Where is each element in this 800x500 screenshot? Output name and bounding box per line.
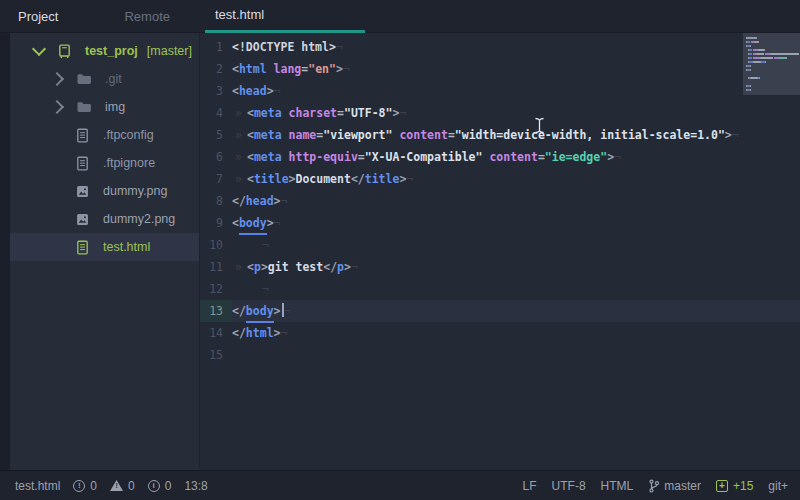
tree-root-project[interactable]: test_proj [master] xyxy=(10,37,199,65)
code-token: > xyxy=(289,172,296,186)
info-count: 0 xyxy=(165,479,172,493)
image-icon xyxy=(74,183,90,199)
code-line-content[interactable]: »<meta name="viewport" content="width=de… xyxy=(232,124,800,146)
chevron-right-icon[interactable] xyxy=(50,72,64,86)
tree-view: test_proj [master] .gitimg.ftpconfig.ftp… xyxy=(10,33,200,470)
code-line-2[interactable]: 2<html lang="en">¬ xyxy=(200,58,800,80)
tree-item-dummy2-png[interactable]: dummy2.png xyxy=(10,205,199,233)
code-line-6[interactable]: 6»<meta http-equiv="X-UA-Compatible" con… xyxy=(200,146,800,168)
line-number[interactable]: 13 xyxy=(200,300,232,322)
line-number[interactable]: 5 xyxy=(200,124,232,146)
code-line-content[interactable]: <html lang="en">¬ xyxy=(232,58,800,80)
code-line-content[interactable]: »<title>Document</title>¬ xyxy=(232,168,800,190)
line-number[interactable]: 3 xyxy=(200,80,232,102)
branch-icon xyxy=(648,479,660,493)
line-number[interactable]: 9 xyxy=(200,212,232,234)
code-line-content[interactable]: </head>¬ xyxy=(232,190,800,212)
line-number[interactable]: 2 xyxy=(200,58,232,80)
mouse-text-cursor xyxy=(534,117,545,134)
tree-item-dummy-png[interactable]: dummy.png xyxy=(10,177,199,205)
linter-warnings[interactable]: ! 0 xyxy=(110,479,135,493)
code-line-4[interactable]: 4»<meta charset="UTF-8">¬ xyxy=(200,102,800,124)
line-number[interactable]: 11 xyxy=(200,256,232,278)
code-token: name xyxy=(289,128,317,142)
git-plus-status[interactable]: git+ xyxy=(768,479,788,493)
tree-root-name: test_proj xyxy=(85,44,138,58)
line-number[interactable]: 14 xyxy=(200,322,232,344)
tab-project[interactable]: Project xyxy=(18,9,58,24)
editor-tab-test-html[interactable]: test.html xyxy=(205,0,365,33)
cursor-position[interactable]: 13:8 xyxy=(184,479,207,493)
code-token: lang xyxy=(274,62,302,76)
error-icon: ! xyxy=(73,480,85,492)
code-line-5[interactable]: 5»<meta name="viewport" content="width=d… xyxy=(200,124,800,146)
image-icon xyxy=(74,211,90,227)
line-number[interactable]: 7 xyxy=(200,168,232,190)
git-branch[interactable]: master xyxy=(648,479,701,493)
tree-item-label: .git xyxy=(105,72,122,86)
line-number[interactable]: 12 xyxy=(200,278,232,300)
code-line-content[interactable]: »<meta charset="UTF-8">¬ xyxy=(232,102,800,124)
code-line-content[interactable]: <!DOCTYPE html>¬ xyxy=(232,36,800,58)
line-number[interactable]: 8 xyxy=(200,190,232,212)
code-token: < xyxy=(247,172,254,186)
code-line-13[interactable]: 13</body>¬ xyxy=(200,300,800,322)
code-token: = xyxy=(358,150,365,164)
code-line-content[interactable]: </body>¬ xyxy=(232,300,800,322)
encoding-selector[interactable]: UTF-8 xyxy=(552,479,586,493)
code-line-1[interactable]: 1<!DOCTYPE html>¬ xyxy=(200,36,800,58)
code-line-content[interactable]: <body>¬ xyxy=(232,212,800,234)
code-line-content[interactable]: »<p>git test</p>¬ xyxy=(232,256,800,278)
code-line-15[interactable]: 15 xyxy=(200,344,800,366)
code-token: > xyxy=(267,216,274,230)
code-line-7[interactable]: 7»<title>Document</title>¬ xyxy=(200,168,800,190)
code-token: < xyxy=(232,62,239,76)
code-line-10[interactable]: 10¬ xyxy=(200,234,800,256)
chevron-down-icon[interactable] xyxy=(32,42,46,56)
status-file-name: test.html xyxy=(15,479,60,493)
code-line-content[interactable]: ¬ xyxy=(232,234,800,256)
code-token: meta xyxy=(254,128,282,142)
tree-item--ftpignore[interactable]: .ftpignore xyxy=(10,149,199,177)
git-diff-count[interactable]: + +15 xyxy=(716,479,753,493)
tree-item-img[interactable]: img xyxy=(10,93,199,121)
code-line-12[interactable]: 12¬ xyxy=(200,278,800,300)
tab-remote[interactable]: Remote xyxy=(124,9,170,24)
code-line-content[interactable]: »<meta http-equiv="X-UA-Compatible" cont… xyxy=(232,146,800,168)
code-line-content[interactable] xyxy=(232,344,800,366)
code-token: p xyxy=(254,260,261,274)
tree-item-test-html[interactable]: test.html xyxy=(10,233,199,261)
code-line-14[interactable]: 14</html>¬ xyxy=(200,322,800,344)
code-token: p xyxy=(337,260,344,274)
code-line-8[interactable]: 8</head>¬ xyxy=(200,190,800,212)
editor-pane[interactable]: 1<!DOCTYPE html>¬2<html lang="en">¬3<hea… xyxy=(200,33,800,470)
eol-invisible-marker: ¬ xyxy=(351,260,358,274)
line-number[interactable]: 10 xyxy=(200,234,232,256)
code-line-11[interactable]: 11»<p>git test</p>¬ xyxy=(200,256,800,278)
tree-item--git[interactable]: .git xyxy=(10,65,199,93)
tree-item-label: .ftpconfig xyxy=(103,128,154,142)
eol-invisible-marker: ¬ xyxy=(281,326,288,340)
line-ending-selector[interactable]: LF xyxy=(523,479,537,493)
line-number[interactable]: 1 xyxy=(200,36,232,58)
code-token: </ xyxy=(351,172,365,186)
minimap-line xyxy=(746,92,800,96)
code-line-content[interactable]: <head>¬ xyxy=(232,80,800,102)
code-line-content[interactable]: ¬ xyxy=(232,278,800,300)
line-number[interactable]: 15 xyxy=(200,344,232,366)
eol-invisible-marker: ¬ xyxy=(614,150,621,164)
linter-infos[interactable]: i 0 xyxy=(148,479,172,493)
code-token: > xyxy=(344,260,351,274)
linter-errors[interactable]: ! 0 xyxy=(73,479,97,493)
eol-invisible-marker: ¬ xyxy=(274,216,281,230)
tree-item--ftpconfig[interactable]: .ftpconfig xyxy=(10,121,199,149)
code-line-content[interactable]: </html>¬ xyxy=(232,322,800,344)
code-token: < xyxy=(247,150,254,164)
line-number[interactable]: 6 xyxy=(200,146,232,168)
line-number[interactable]: 4 xyxy=(200,102,232,124)
code-line-3[interactable]: 3<head>¬ xyxy=(200,80,800,102)
grammar-selector[interactable]: HTML xyxy=(601,479,634,493)
chevron-right-icon[interactable] xyxy=(50,100,64,114)
minimap[interactable] xyxy=(743,33,800,95)
code-line-9[interactable]: 9<body>¬ xyxy=(200,212,800,234)
